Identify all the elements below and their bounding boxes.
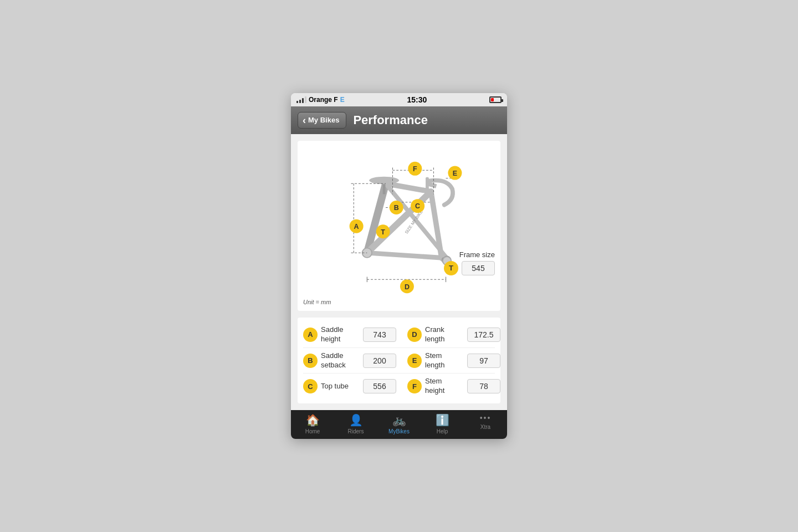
meas-row-1: A Saddleheight 743 D Cranklength 172.5	[303, 322, 495, 348]
meas-right-D: D Cranklength 172.5	[407, 325, 500, 344]
badge-E: E	[407, 354, 422, 368]
bike-diagram: SIZE MY BIKE A B C D E	[298, 141, 500, 311]
tab-home-label: Home	[305, 428, 320, 434]
label-B: Saddlesetback	[321, 351, 360, 370]
badge-A: A	[303, 328, 318, 342]
meas-row-2: B Saddlesetback 200 E Stemlength 97	[303, 348, 495, 374]
unit-label: Unit = mm	[303, 299, 495, 305]
measurements-panel: A Saddleheight 743 D Cranklength 172.5 B…	[298, 318, 500, 403]
label-D: Cranklength	[425, 325, 464, 344]
meas-left-A: A Saddleheight 743	[303, 325, 396, 344]
frame-size-badge: T	[444, 261, 458, 275]
page-title: Performance	[353, 113, 500, 127]
svg-text:T: T	[381, 228, 385, 236]
status-left: Orange F E	[296, 96, 345, 104]
label-E: Stemlength	[425, 351, 464, 370]
tab-help[interactable]: ℹ️ Help	[421, 413, 464, 434]
label-A: Saddleheight	[321, 325, 360, 344]
label-C: Top tube	[321, 382, 360, 391]
signal-icon	[296, 96, 306, 103]
badge-F: F	[407, 379, 422, 393]
tab-home[interactable]: 🏠 Home	[291, 413, 334, 434]
phone-wrapper: Orange F E 15:30 My Bikes Performance	[291, 93, 507, 439]
svg-text:B: B	[394, 204, 399, 212]
svg-text:D: D	[405, 283, 410, 290]
tab-riders-label: Riders	[348, 428, 364, 434]
main-content: SIZE MY BIKE A B C D E	[291, 134, 507, 410]
bike-svg-container: SIZE MY BIKE A B C D E	[303, 146, 495, 298]
battery-fill	[491, 98, 494, 101]
svg-text:F: F	[413, 165, 417, 173]
meas-row-3: C Top tube 556 F Stemheight 78	[303, 374, 495, 399]
frame-size-panel: Frame size T 545	[444, 250, 495, 275]
home-icon: 🏠	[306, 413, 320, 427]
meas-left-C: C Top tube 556	[303, 379, 396, 393]
tab-xtra[interactable]: ••• Xtra	[464, 413, 507, 434]
value-E[interactable]: 97	[467, 354, 500, 368]
value-C[interactable]: 556	[363, 379, 396, 393]
badge-D: D	[407, 328, 422, 342]
battery-icon	[489, 96, 502, 103]
svg-line-3	[367, 253, 447, 258]
tab-mybikes-label: MyBikes	[388, 428, 410, 434]
mybikes-icon: 🚲	[392, 413, 406, 427]
frame-size-value[interactable]: 545	[462, 261, 495, 275]
meas-right-E: E Stemlength 97	[407, 351, 500, 370]
svg-text:C: C	[415, 202, 420, 210]
nav-header: My Bikes Performance	[291, 106, 507, 134]
svg-point-9	[369, 177, 399, 184]
svg-text:E: E	[453, 170, 457, 177]
carrier-name: Orange F	[309, 96, 338, 104]
frame-size-row: T 545	[444, 261, 495, 275]
tab-bar: 🏠 Home 👤 Riders 🚲 MyBikes ℹ️ Help ••• Xt…	[291, 410, 507, 439]
tab-xtra-label: Xtra	[480, 424, 490, 430]
tab-riders[interactable]: 👤 Riders	[334, 413, 377, 434]
xtra-icon: •••	[480, 413, 492, 422]
riders-icon: 👤	[349, 413, 363, 427]
value-F[interactable]: 78	[467, 379, 500, 393]
tab-help-label: Help	[437, 428, 448, 434]
network-type: E	[340, 96, 345, 104]
svg-text:A: A	[354, 223, 359, 231]
tab-mybikes[interactable]: 🚲 MyBikes	[377, 413, 421, 434]
status-bar: Orange F E 15:30	[291, 93, 507, 106]
value-B[interactable]: 200	[363, 354, 396, 368]
value-D[interactable]: 172.5	[467, 328, 500, 342]
help-icon: ℹ️	[436, 413, 449, 427]
back-button[interactable]: My Bikes	[298, 112, 346, 129]
status-time: 15:30	[407, 95, 427, 104]
badge-C: C	[303, 379, 318, 393]
meas-left-B: B Saddlesetback 200	[303, 351, 396, 370]
meas-right-F: F Stemheight 78	[407, 377, 500, 396]
label-F: Stemheight	[425, 377, 464, 396]
svg-line-12	[427, 183, 436, 186]
badge-B: B	[303, 354, 318, 368]
value-A[interactable]: 743	[363, 328, 396, 342]
frame-size-label: Frame size	[444, 250, 495, 259]
